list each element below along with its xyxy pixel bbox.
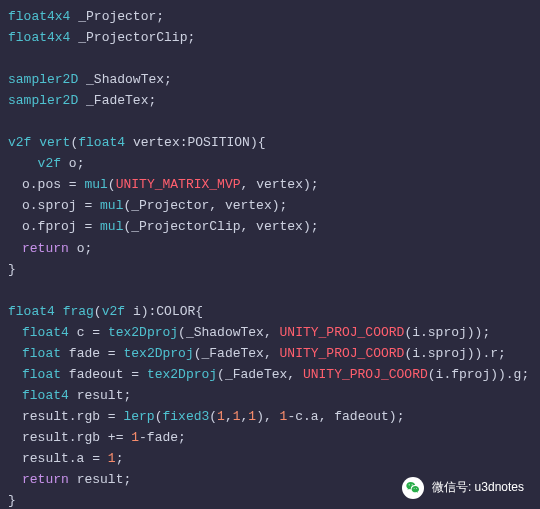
blank-line xyxy=(8,48,532,69)
function-name: frag xyxy=(63,304,94,319)
identifier: _ProjectorClip xyxy=(78,30,187,45)
identifier: _Projector xyxy=(78,9,156,24)
keyword: return xyxy=(22,241,69,256)
code-line: float4 result; xyxy=(8,385,532,406)
code-line: result.rgb = lerp(fixed3(1,1,1), 1-c.a, … xyxy=(8,406,532,427)
code-line: float fade = tex2Dproj(_FadeTex, UNITY_P… xyxy=(8,343,532,364)
code-line: v2f o; xyxy=(8,153,532,174)
code-line: float fadeout = tex2Dproj(_FadeTex, UNIT… xyxy=(8,364,532,385)
code-line: return o; xyxy=(8,238,532,259)
watermark: 微信号: u3dnotes xyxy=(402,477,524,499)
keyword: return xyxy=(22,472,69,487)
blank-line xyxy=(8,111,532,132)
code-line: result.a = 1; xyxy=(8,448,532,469)
code-line: float4x4 _Projector; xyxy=(8,6,532,27)
wechat-icon xyxy=(402,477,424,499)
code-line: v2f vert(float4 vertex:POSITION){ xyxy=(8,132,532,153)
function-name: vert xyxy=(39,135,70,150)
type-keyword: sampler2D xyxy=(8,93,78,108)
identifier: _ShadowTex xyxy=(86,72,164,87)
code-line: o.pos = mul(UNITY_MATRIX_MVP, vertex); xyxy=(8,174,532,195)
code-line: o.fproj = mul(_ProjectorClip, vertex); xyxy=(8,216,532,237)
type-keyword: float4x4 xyxy=(8,9,70,24)
type-keyword: float4x4 xyxy=(8,30,70,45)
code-line: sampler2D _FadeTex; xyxy=(8,90,532,111)
code-line: o.sproj = mul(_Projector, vertex); xyxy=(8,195,532,216)
type-keyword: v2f xyxy=(8,135,31,150)
identifier: _FadeTex xyxy=(86,93,148,108)
code-line: } xyxy=(8,259,532,280)
code-line: float4 c = tex2Dproj(_ShadowTex, UNITY_P… xyxy=(8,322,532,343)
code-line: result.rgb += 1-fade; xyxy=(8,427,532,448)
code-line: float4 frag(v2f i):COLOR{ xyxy=(8,301,532,322)
type-keyword: sampler2D xyxy=(8,72,78,87)
watermark-text: 微信号: u3dnotes xyxy=(432,478,524,497)
constant: UNITY_MATRIX_MVP xyxy=(116,177,241,192)
code-line: sampler2D _ShadowTex; xyxy=(8,69,532,90)
type-keyword: float4 xyxy=(78,135,125,150)
code-editor: float4x4 _Projector; float4x4 _Projector… xyxy=(8,6,532,509)
blank-line xyxy=(8,280,532,301)
code-line: float4x4 _ProjectorClip; xyxy=(8,27,532,48)
